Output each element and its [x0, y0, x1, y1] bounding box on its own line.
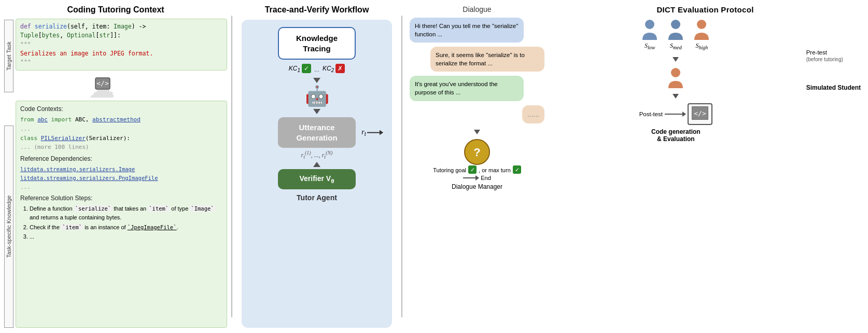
- step1: Define a function `serialize` that takes…: [30, 204, 222, 221]
- kt-label: KnowledgeTracing: [296, 34, 338, 53]
- knowledge-box: Code Contexts: from abc import ABC, abst…: [16, 101, 227, 328]
- dict-title: DICT Evaluation Protocol: [550, 5, 861, 14]
- code-gen-label: Code generation& Evaluation: [651, 128, 701, 143]
- dialogue-column: Dialogue Hi there! Can you tell me the "…: [410, 5, 544, 328]
- tutoring-goal-label: Tutoring goal: [433, 167, 466, 173]
- dialogue-manager-area: ? Tutoring goal ✓ , or max turn ✓: [410, 138, 544, 190]
- post-test-row: Post-test </>: [639, 103, 712, 125]
- student-low-label: Slow: [645, 42, 655, 50]
- simulated-student-right-label: Simulated Student: [806, 84, 861, 91]
- arrow-verifier-to-ug: [313, 162, 320, 167]
- svg-text:</>: </>: [694, 109, 706, 117]
- svg-text:</>: </>: [96, 79, 109, 87]
- code-gen-svg: </>: [692, 106, 708, 120]
- tutor-agent-label: Tutor Agent: [297, 193, 337, 202]
- step3: ...: [30, 232, 222, 241]
- sim-student-svg: [666, 66, 685, 89]
- svg-point-14: [697, 20, 706, 29]
- bubble-4-text: ......: [527, 110, 539, 118]
- bubble-3: It's great you've understood the purpose…: [410, 76, 524, 101]
- step2: Check if the `item` is an instance of `J…: [30, 223, 222, 232]
- right-section: Dialogue Hi there! Can you tell me the "…: [407, 5, 864, 328]
- kt-box: KnowledgeTracing: [278, 27, 356, 60]
- bubble-2-text: Sure, it seems like "serialize" is to se…: [436, 52, 525, 66]
- rt-arrow-head: [380, 130, 383, 135]
- kc1-check: ✓: [302, 64, 311, 75]
- arrow-to-dm: [410, 130, 544, 134]
- rt-superscripts: rt(1), ..., rt(N): [301, 150, 333, 160]
- eval-right-labels: Pre-test (before tutoring) Simulated Stu…: [806, 18, 861, 328]
- left-panel: Coding Tutoring Context Target Task Task…: [4, 5, 227, 328]
- code-box: def serialize(self, item: Image) -> Tupl…: [16, 19, 227, 71]
- students-row: Slow Smed: [640, 18, 711, 50]
- code-context-title: Code Contexts:: [20, 104, 222, 114]
- verifier-box: Verifier Vθ: [278, 169, 356, 189]
- max-turn-check-icon: ✓: [513, 165, 521, 175]
- bubble-4: ......: [522, 105, 544, 124]
- kc-row: KC1 ✓ ... KC2 ✗: [289, 64, 345, 75]
- verifier-label: Verifier Vθ: [299, 174, 334, 183]
- tutoring-goal-row: Tutoring goal ✓ , or max turn ✓: [433, 165, 521, 175]
- robot-icon: 🤖: [305, 86, 329, 106]
- rt-arrow-container: rt: [361, 128, 383, 137]
- or-max-turn: , or max turn: [479, 167, 511, 173]
- kc2-label: KC2: [323, 65, 334, 73]
- main-container: Coding Tutoring Context Target Task Task…: [0, 0, 868, 333]
- cloud-robot-decoration: ☁ </>: [88, 73, 227, 99]
- center-right-divider: [401, 16, 402, 317]
- post-test-label: Post-test: [639, 111, 663, 117]
- student-high: Shigh: [692, 18, 711, 50]
- deps-title: Reference Dependencies:: [20, 154, 222, 164]
- arrow-robot-to-ug: [313, 109, 320, 114]
- kc2-item: KC2 ✗: [323, 64, 345, 75]
- dialogue-title: Dialogue: [410, 5, 544, 13]
- pre-test-row: [666, 66, 685, 89]
- ug-box: UtteranceGeneration: [278, 117, 356, 148]
- dep1: litdata.streaming.serializers.Image: [20, 165, 222, 174]
- svg-text:✓: ✓: [304, 65, 309, 72]
- end-arrow-line: [463, 177, 479, 178]
- dm-label: Dialogue Manager: [452, 183, 502, 190]
- import-line: from abc import ABC, abstractmethod: [20, 115, 222, 124]
- kc1-item: KC1 ✓: [289, 64, 311, 75]
- code-docstring2: """: [20, 58, 222, 67]
- ug-label: UtteranceGeneration: [296, 123, 337, 142]
- steps-list: Define a function `serialize` that takes…: [27, 204, 222, 241]
- svg-text:✓: ✓: [470, 166, 475, 173]
- arrow-sim-to-post: [673, 94, 679, 99]
- left-center-divider: [231, 16, 232, 317]
- target-task-label: Target Task: [4, 20, 13, 92]
- dots1: ...: [20, 124, 222, 134]
- end-label: End: [481, 175, 491, 181]
- middle-panel: Trace-and-Verify Workflow KnowledgeTraci…: [236, 5, 397, 328]
- kc2-cross: ✗: [335, 64, 345, 75]
- task-specific-label: Task-specific Knowledge: [4, 126, 13, 328]
- dots3: ...: [20, 183, 222, 192]
- code-docstring1: """: [20, 40, 222, 49]
- end-flow-row: End: [463, 175, 491, 181]
- student-high-svg: [692, 18, 711, 41]
- pre-test-right-label: Pre-test: [806, 49, 843, 56]
- code-gen-icon: </>: [688, 103, 712, 125]
- pre-test-block: Pre-test (before tutoring): [806, 49, 843, 62]
- eval-left-column: Slow Smed: [550, 18, 802, 328]
- dict-eval-inner: Slow Smed: [550, 18, 861, 328]
- student-med: Smed: [666, 18, 685, 50]
- bubble-1-text: Hi there! Can you tell me the "serialize…: [415, 23, 518, 37]
- sim-student-box: [666, 66, 685, 89]
- dict-eval-column: DICT Evaluation Protocol Slow: [550, 5, 861, 328]
- rt-label: rt: [361, 128, 366, 137]
- code-line2: Tuple[bytes, Optional[str]]:: [20, 31, 222, 40]
- dep2: litdata.streaming.serializers.PngImageFi…: [20, 174, 222, 183]
- workflow-area: KnowledgeTracing KC1 ✓ ... KC2 ✗: [242, 20, 392, 328]
- bubble-3-text: It's great you've understood the purpose…: [415, 81, 498, 95]
- end-arrow-head: [475, 175, 479, 181]
- kc-dots: ...: [314, 66, 319, 73]
- class-line: class PILSerializer(Serializer):: [20, 134, 222, 143]
- post-test-arrow-line: [665, 114, 685, 115]
- kc1-label: KC1: [289, 65, 300, 73]
- ug-box-container: UtteranceGeneration rt: [247, 117, 387, 148]
- middle-title: Trace-and-Verify Workflow: [265, 5, 369, 15]
- svg-point-13: [671, 20, 680, 29]
- student-med-svg: [666, 18, 685, 41]
